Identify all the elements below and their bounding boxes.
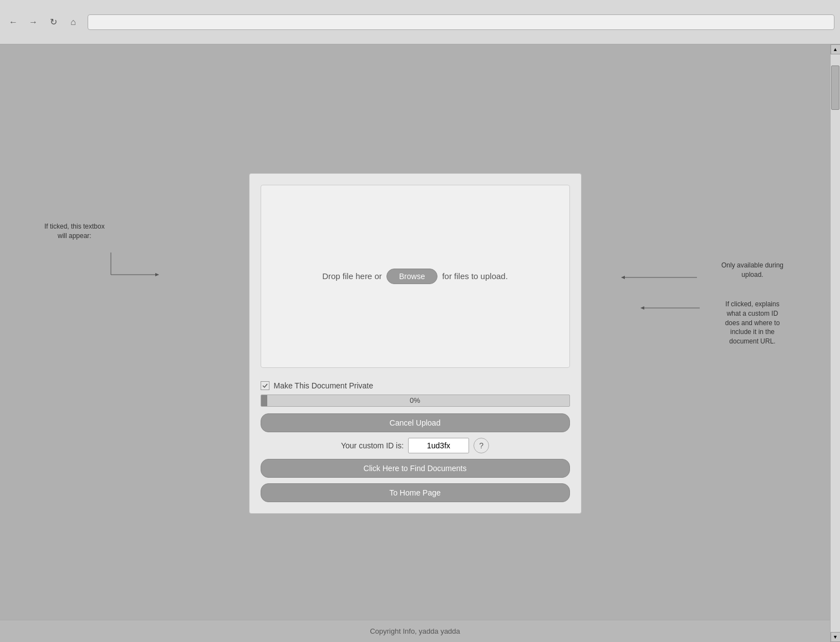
custom-id-row: Your custom ID is: ? xyxy=(261,438,570,453)
drop-zone[interactable]: Drop file here or Browse for files to up… xyxy=(261,185,570,368)
custom-id-label: Your custom ID is: xyxy=(341,441,404,450)
home-page-button[interactable]: To Home Page xyxy=(261,483,570,502)
svg-marker-6 xyxy=(640,306,644,310)
copyright-text: Copyright Info, yadda yadda xyxy=(370,627,460,635)
refresh-button[interactable]: ↻ xyxy=(45,14,61,30)
main-content: If ticked, this textbox will appear: Onl… xyxy=(0,44,830,642)
dialog-card: Drop file here or Browse for files to up… xyxy=(249,173,582,514)
help-button[interactable]: ? xyxy=(474,438,489,453)
drop-text-after: for files to upload. xyxy=(442,271,507,281)
private-label: Make This Document Private xyxy=(274,381,373,390)
custom-id-input[interactable] xyxy=(408,438,469,453)
back-button[interactable]: ← xyxy=(6,14,21,30)
footer: Copyright Info, yadda yadda xyxy=(0,620,830,642)
annotation-if-clicked: If clicked, explains what a custom ID do… xyxy=(705,300,800,346)
svg-marker-2 xyxy=(155,273,159,276)
home-button[interactable]: ⌂ xyxy=(65,14,81,30)
browse-button[interactable]: Browse xyxy=(386,269,438,284)
checkbox-check-icon xyxy=(262,382,268,389)
scrollbar-thumb-area xyxy=(831,54,840,632)
scrollbar-down-arrow[interactable]: ▼ xyxy=(831,632,841,642)
drop-zone-inner: Drop file here or Browse for files to up… xyxy=(322,269,508,284)
annotation-only-available: Only available during upload. xyxy=(708,261,797,280)
annotation-arrow-available xyxy=(619,269,708,286)
browser-chrome: ← → ↻ ⌂ xyxy=(0,0,840,44)
progress-label: 0% xyxy=(261,396,569,405)
drop-text-before: Drop file here or xyxy=(322,271,382,281)
svg-marker-4 xyxy=(621,276,625,279)
scrollbar-thumb[interactable] xyxy=(831,65,839,110)
progress-container: 0% xyxy=(261,395,570,407)
private-checkbox[interactable] xyxy=(261,381,269,390)
annotation-arrow-clicked xyxy=(639,297,705,319)
address-bar[interactable] xyxy=(88,14,834,30)
cancel-upload-button[interactable]: Cancel Upload xyxy=(261,413,570,432)
forward-button[interactable]: → xyxy=(26,14,41,30)
annotation-if-ticked: If ticked, this textbox will appear: xyxy=(44,222,105,241)
scrollbar-up-arrow[interactable]: ▲ xyxy=(831,44,841,54)
progress-bar-track: 0% xyxy=(261,395,570,407)
scrollbar-track: ▲ ▼ xyxy=(830,44,840,642)
find-documents-button[interactable]: Click Here to Find Documents xyxy=(261,459,570,478)
annotation-arrow-ticked xyxy=(100,247,211,291)
private-row: Make This Document Private xyxy=(261,377,570,395)
